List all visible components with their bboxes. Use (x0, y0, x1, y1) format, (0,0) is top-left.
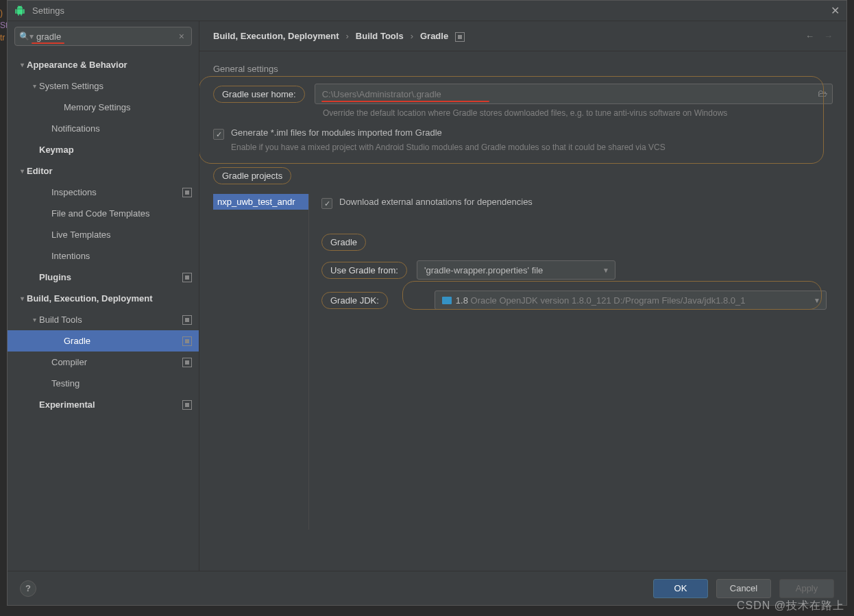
use-gradle-from-label: Use Gradle from: (321, 262, 407, 279)
profile-icon (182, 358, 192, 367)
gradle-user-home-placeholder: C:\Users\Administrator\.gradle (322, 89, 441, 99)
download-annotations-checkbox[interactable] (321, 198, 332, 209)
folder-icon (442, 297, 452, 304)
chevron-down-icon: ▼ (602, 267, 609, 274)
window-title: Settings (32, 5, 831, 16)
search-box[interactable]: 🔍▾ × (14, 27, 192, 46)
nav-back-icon[interactable]: ← (805, 31, 814, 41)
gradle-project-item[interactable]: nxp_uwb_test_andr (213, 194, 308, 210)
tree-plugins[interactable]: Plugins (8, 267, 199, 288)
crumb-gradle[interactable]: Gradle (420, 31, 448, 41)
tree-inspections[interactable]: Inspections (8, 182, 199, 203)
ok-button[interactable]: OK (653, 579, 708, 598)
tree-notifications[interactable]: Notifications (8, 118, 199, 139)
gradle-user-home-label: Gradle user home: (213, 86, 305, 103)
tree-build-tools[interactable]: ▾Build Tools (8, 309, 199, 330)
help-button[interactable]: ? (20, 580, 36, 597)
gradle-user-home-hint: Override the default location where Grad… (323, 108, 833, 118)
gradle-subsection-title: Gradle (321, 234, 366, 251)
settings-tree: ▾Appearance & Behavior ▾System Settings … (8, 51, 199, 571)
browse-folder-icon[interactable]: 🗁 (818, 88, 827, 99)
main-panel: Build, Execution, Deployment › Build Too… (199, 21, 846, 571)
search-input[interactable] (34, 32, 176, 42)
tree-file-code-templates[interactable]: File and Code Templates (8, 203, 199, 224)
clear-search-icon[interactable]: × (176, 31, 187, 42)
gradle-jdk-label: Gradle JDK: (321, 292, 388, 309)
annotation-underline (32, 42, 64, 44)
tree-intentions[interactable]: Intentions (8, 245, 199, 267)
profile-icon (182, 273, 192, 282)
tree-live-templates[interactable]: Live Templates (8, 224, 199, 245)
tree-experimental[interactable]: Experimental (8, 394, 199, 415)
tree-appearance[interactable]: ▾Appearance & Behavior (8, 54, 199, 75)
tree-gradle[interactable]: Gradle (8, 330, 199, 352)
tree-memory-settings[interactable]: Memory Settings (8, 97, 199, 118)
android-icon (14, 5, 25, 16)
titlebar: Settings ✕ (8, 1, 846, 21)
footer: ? OK Cancel Apply (8, 571, 846, 605)
tree-build[interactable]: ▾Build, Execution, Deployment (8, 288, 199, 309)
nav-forward-icon: → (824, 31, 833, 41)
profile-icon (182, 188, 192, 197)
window-body: 🔍▾ × ▾Appearance & Behavior ▾System Sett… (8, 21, 846, 571)
chevron-right-icon: › (411, 31, 413, 41)
use-gradle-from-value: 'gradle-wrapper.properties' file (424, 265, 543, 275)
search-icon: 🔍▾ (19, 32, 34, 41)
settings-window: Settings ✕ 🔍▾ × ▾Appearance & Behavior ▾… (7, 0, 847, 606)
cancel-button[interactable]: Cancel (716, 579, 771, 598)
download-annotations-label[interactable]: Download external annotations for depend… (339, 197, 533, 207)
apply-button[interactable]: Apply (779, 579, 834, 598)
content: General settings Gradle user home: C:\Us… (199, 51, 846, 571)
breadcrumb: Build, Execution, Deployment › Build Too… (199, 21, 846, 51)
chevron-right-icon: › (345, 31, 348, 41)
gradle-project-list[interactable]: nxp_uwb_test_andr (213, 194, 309, 530)
profile-icon (455, 32, 465, 42)
sidebar: 🔍▾ × ▾Appearance & Behavior ▾System Sett… (8, 21, 199, 571)
profile-icon (182, 400, 192, 410)
generate-iml-hint: Enable if you have a mixed project with … (231, 143, 833, 152)
tree-editor[interactable]: ▾Editor (8, 160, 199, 182)
gradle-jdk-detail: Oracle OpenJDK version 1.8.0_121 D:/Prog… (471, 295, 746, 306)
tree-keymap[interactable]: Keymap (8, 139, 199, 160)
tree-compiler[interactable]: Compiler (8, 352, 199, 373)
gradle-jdk-select[interactable]: 1.8 Oracle OpenJDK version 1.8.0_121 D:/… (435, 291, 827, 310)
gradle-jdk-version: 1.8 (456, 295, 468, 306)
profile-icon (182, 336, 192, 346)
profile-icon (182, 315, 192, 325)
crumb-build-tools[interactable]: Build Tools (356, 31, 404, 41)
annotation-underline (321, 101, 489, 102)
crumb-build[interactable]: Build, Execution, Deployment (213, 31, 339, 41)
use-gradle-from-select[interactable]: 'gradle-wrapper.properties' file ▼ (417, 260, 615, 280)
general-settings-title: General settings (213, 64, 833, 74)
chevron-down-icon: ▼ (814, 297, 820, 304)
tree-testing[interactable]: Testing (8, 373, 199, 394)
close-icon[interactable]: ✕ (831, 4, 840, 17)
gradle-projects-title: Gradle projects (213, 167, 291, 184)
generate-iml-checkbox[interactable] (213, 129, 224, 140)
tree-system-settings[interactable]: ▾System Settings (8, 75, 199, 97)
generate-iml-label[interactable]: Generate *.iml files for modules importe… (231, 127, 442, 138)
